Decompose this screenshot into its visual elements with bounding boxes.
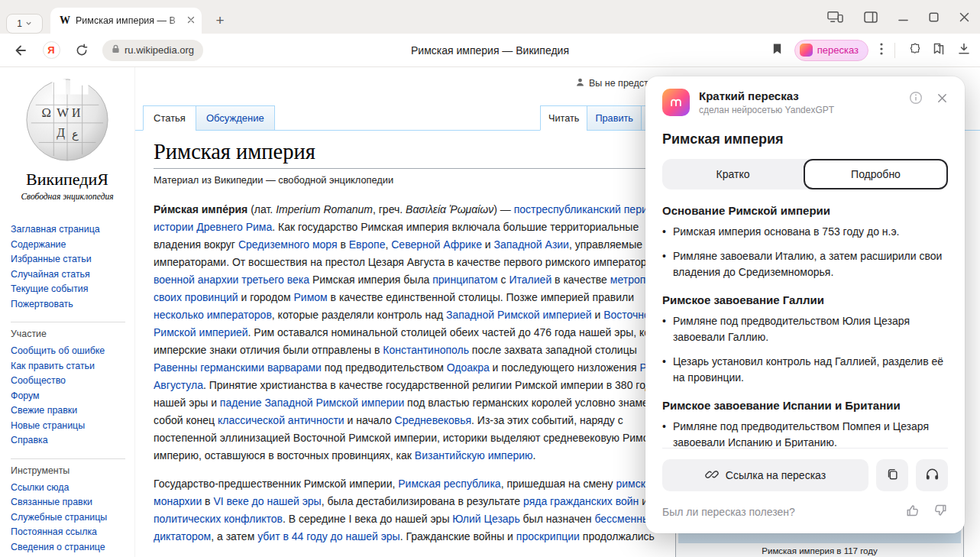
wiki-tab-article[interactable]: Статья	[143, 105, 196, 131]
article-link[interactable]: Средиземного моря	[238, 238, 338, 251]
login-status[interactable]: Вы не предст	[575, 77, 648, 89]
summary-link-button[interactable]: Ссылка на пересказ	[662, 459, 868, 491]
copy-button[interactable]	[876, 459, 908, 491]
sidebar-link[interactable]: Текущие события	[11, 282, 134, 297]
devices-icon[interactable]	[827, 11, 843, 23]
article-link[interactable]: Римская республика	[398, 478, 500, 490]
wikipedia-globe-logo[interactable]: Ω W И Д ع	[22, 153, 112, 166]
wiki-tab-discussion[interactable]: Обсуждение	[196, 105, 275, 131]
sidebar-link[interactable]: Пожертвовать	[11, 297, 134, 313]
article-link[interactable]: политических конфликтов	[154, 513, 283, 525]
summary-scroll-area[interactable]: Основание Римской империи•Римская импери…	[662, 191, 948, 448]
article-link[interactable]: Византийскую империю	[415, 449, 533, 461]
svg-text:Ω: Ω	[42, 105, 51, 120]
article-text: и начало	[344, 414, 395, 426]
new-tab-button[interactable]: +	[211, 11, 229, 30]
close-panel-icon[interactable]	[936, 92, 948, 107]
sidebar-link[interactable]: Сообщество	[11, 374, 125, 389]
summary-bullet-text: Цезарь установил контроль над Галлией, р…	[673, 354, 948, 386]
article-link[interactable]: Одоакра	[447, 361, 490, 374]
sidebar-link[interactable]: Избранные статьи	[11, 252, 134, 267]
maximize-window-icon[interactable]	[929, 12, 939, 22]
browser-tab[interactable]: W Римская империя — В	[50, 8, 202, 34]
screen: { "colors": { "yandex_red": "#fc3f1d", "…	[0, 0, 980, 557]
sidebar-toggle-icon[interactable]	[864, 11, 878, 23]
article-text: и городом	[238, 291, 294, 303]
article-link[interactable]: Равенны	[154, 361, 197, 374]
article-text: в	[338, 238, 349, 251]
address-bar[interactable]: ru.wikipedia.org	[102, 40, 203, 61]
wiki-tab-edit[interactable]: Править	[587, 105, 641, 131]
article-link[interactable]: германскими варварами	[200, 361, 322, 374]
summary-bullet-text: Римляне под предводительством Помпея и Ц…	[673, 419, 948, 448]
infobox-caption: Римская империя в 117 году	[678, 543, 961, 555]
yandex-logo-icon[interactable]: Я	[41, 40, 61, 60]
sidebar-link[interactable]: Новые страницы	[11, 419, 125, 434]
article-link[interactable]: проскрипции	[516, 530, 580, 542]
article-link[interactable]: убит в 44 году до нашей эры	[257, 530, 400, 542]
sidebar-link[interactable]: Связанные правки	[11, 495, 125, 510]
tab-close-icon[interactable]	[186, 14, 196, 28]
bookmark-flag-icon[interactable]	[771, 42, 783, 59]
sidebar-link[interactable]: Служебные страницы	[11, 510, 125, 526]
article-link[interactable]: несколько императоров	[154, 309, 272, 321]
article-link[interactable]: классической античности	[218, 414, 344, 426]
summary-bullet: •Римская империя основана в 753 году до …	[662, 224, 948, 240]
article-link[interactable]: VI веке до нашей эры	[213, 495, 321, 507]
downloads-icon[interactable]	[957, 42, 971, 59]
article-link[interactable]: Римом	[294, 291, 328, 303]
info-icon[interactable]	[909, 91, 923, 108]
article-text: Βασιλεία Ῥωμαίων	[406, 203, 493, 215]
sidebar-link[interactable]: Случайная статья	[11, 267, 134, 283]
link-chain-icon	[705, 468, 719, 484]
article-link[interactable]: Западной Римской империей	[446, 309, 592, 321]
article-text: Государство-предшественник Римской импер…	[154, 478, 398, 490]
article-text: продолжались	[580, 530, 655, 542]
article-link[interactable]: Константинополь	[383, 344, 469, 356]
article-link[interactable]: ряда гражданских войн	[523, 495, 639, 507]
article-link[interactable]: падение Западной Римской империи	[220, 397, 404, 409]
article-link[interactable]: военной анархии третьего века	[154, 274, 309, 286]
tab-counter-button[interactable]: 1	[6, 14, 43, 34]
article-link[interactable]: постреспубликанский период	[514, 203, 660, 215]
collections-icon[interactable]	[932, 42, 946, 59]
extensions-puzzle-icon[interactable]	[907, 42, 920, 59]
thumbs-down-icon[interactable]	[933, 503, 948, 521]
tab-detailed[interactable]: Подробно	[804, 159, 948, 189]
summary-title: Краткий пересказ	[699, 89, 900, 102]
sidebar-link[interactable]: Заглавная страница	[11, 222, 134, 238]
kebab-menu-icon[interactable]	[880, 43, 883, 58]
pereskaz-chip[interactable]: пересказ	[794, 40, 868, 61]
panel-divider	[662, 448, 948, 449]
minimize-window-icon[interactable]	[898, 12, 908, 22]
article-link[interactable]: Италией	[509, 274, 552, 286]
tab-brief[interactable]: Кратко	[662, 159, 804, 189]
refresh-icon[interactable]	[72, 40, 92, 60]
listen-button[interactable]	[916, 459, 948, 491]
sidebar-link[interactable]: Форум	[11, 389, 125, 404]
wikipedia-wordmark[interactable]: ВикипедиЯ	[0, 170, 134, 189]
article-link[interactable]: Северной Африке	[391, 238, 482, 251]
lock-icon	[112, 44, 120, 57]
article-link[interactable]: истории Древнего Рима	[154, 221, 272, 233]
thumbs-up-icon[interactable]	[905, 503, 920, 521]
article-link[interactable]: принципатом	[432, 274, 497, 286]
sidebar-link[interactable]: Ссылки сюда	[11, 481, 125, 496]
article-link[interactable]: Европе	[349, 238, 386, 251]
sidebar-link[interactable]: Как править статьи	[11, 359, 125, 374]
sidebar-link[interactable]: Сообщить об ошибке	[11, 344, 125, 359]
close-window-icon[interactable]	[959, 12, 969, 22]
sidebar-link[interactable]: Сведения о странице	[11, 540, 125, 555]
wiki-tab-read[interactable]: Читать	[540, 105, 587, 131]
article-text: после захвата западной столицы	[469, 344, 637, 356]
svg-text:Д: Д	[57, 126, 65, 140]
sidebar-link[interactable]: Постоянная ссылка	[11, 525, 125, 540]
sidebar-link[interactable]: Справка	[11, 433, 125, 449]
article-link[interactable]: Западной Азии	[494, 238, 569, 251]
article-link[interactable]: Средневековья	[395, 414, 472, 426]
back-button-icon[interactable]	[11, 40, 31, 60]
article-link[interactable]: Юлий Цезарь	[452, 513, 519, 525]
sidebar-link[interactable]: Содержание	[11, 238, 134, 253]
summary-bullet-text: Римская империя основана в 753 году до н…	[673, 224, 900, 240]
sidebar-link[interactable]: Свежие правки	[11, 403, 125, 419]
